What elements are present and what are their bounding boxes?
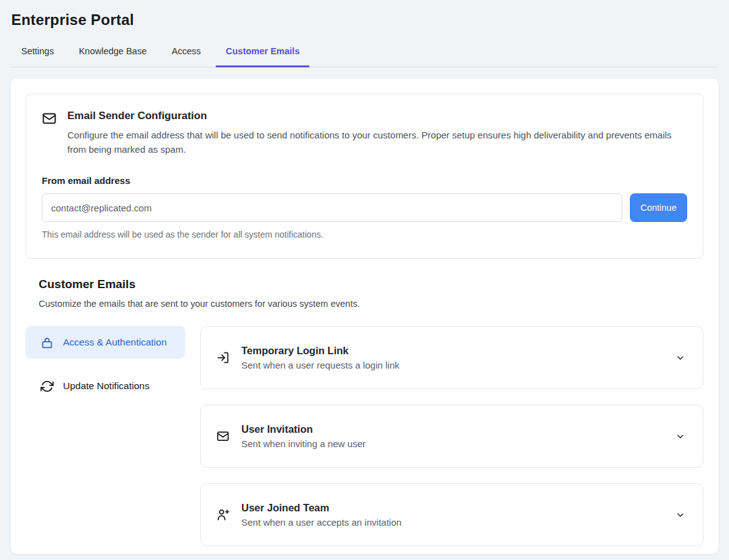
email-card-user-joined-team[interactable]: User Joined Team Sent when a user accept… xyxy=(200,483,703,546)
chevron-down-icon[interactable] xyxy=(675,353,685,363)
page-title: Enterprise Portal xyxy=(11,11,719,29)
customer-emails-description: Customize the emails that are sent to yo… xyxy=(39,299,703,309)
sender-card-description: Configure the email address that will be… xyxy=(67,128,682,157)
refresh-icon xyxy=(41,380,54,393)
category-label: Update Notifications xyxy=(63,379,150,393)
enterprise-portal-page: Enterprise Portal Settings Knowledge Bas… xyxy=(0,0,729,554)
tab-access[interactable]: Access xyxy=(162,42,211,67)
email-card-title: Temporary Login Link xyxy=(241,345,668,357)
tab-knowledge-base[interactable]: Knowledge Base xyxy=(69,42,157,67)
from-email-label: From email address xyxy=(42,175,687,186)
category-label: Access & Authentication xyxy=(63,335,167,350)
email-card-title: User Joined Team xyxy=(241,502,668,514)
tab-settings[interactable]: Settings xyxy=(11,42,64,67)
email-category-list: Access & Authentication Update Notificat… xyxy=(26,326,185,546)
sender-card-title: Email Sender Configuration xyxy=(67,110,682,122)
customer-emails-heading: Customer Emails xyxy=(39,278,703,291)
from-email-input[interactable] xyxy=(42,193,622,222)
chevron-down-icon[interactable] xyxy=(675,510,685,520)
tab-bar: Settings Knowledge Base Access Customer … xyxy=(10,42,718,67)
user-plus-icon xyxy=(216,508,229,521)
lock-icon xyxy=(41,336,54,349)
continue-button[interactable]: Continue xyxy=(630,193,687,222)
email-card-temporary-login-link[interactable]: Temporary Login Link Sent when a user re… xyxy=(200,326,703,389)
email-template-list: Temporary Login Link Sent when a user re… xyxy=(200,326,703,546)
login-icon xyxy=(216,351,229,364)
email-card-title: User Invitation xyxy=(241,423,668,435)
main-panel: Email Sender Configuration Configure the… xyxy=(10,78,719,554)
email-card-user-invitation[interactable]: User Invitation Sent when inviting a new… xyxy=(200,405,703,468)
category-access-authentication[interactable]: Access & Authentication xyxy=(26,326,185,359)
tab-customer-emails[interactable]: Customer Emails xyxy=(216,42,309,67)
category-update-notifications[interactable]: Update Notifications xyxy=(26,370,185,402)
mail-icon xyxy=(42,111,57,157)
email-card-subtitle: Sent when a user accepts an invitation xyxy=(241,517,668,528)
email-card-subtitle: Sent when a user requests a login link xyxy=(241,360,668,370)
email-card-subtitle: Sent when inviting a new user xyxy=(241,438,668,449)
email-helper-text: This email address will be used as the s… xyxy=(42,229,687,239)
mail-icon xyxy=(216,430,229,443)
chevron-down-icon[interactable] xyxy=(675,432,685,442)
email-sender-card: Email Sender Configuration Configure the… xyxy=(26,94,703,259)
